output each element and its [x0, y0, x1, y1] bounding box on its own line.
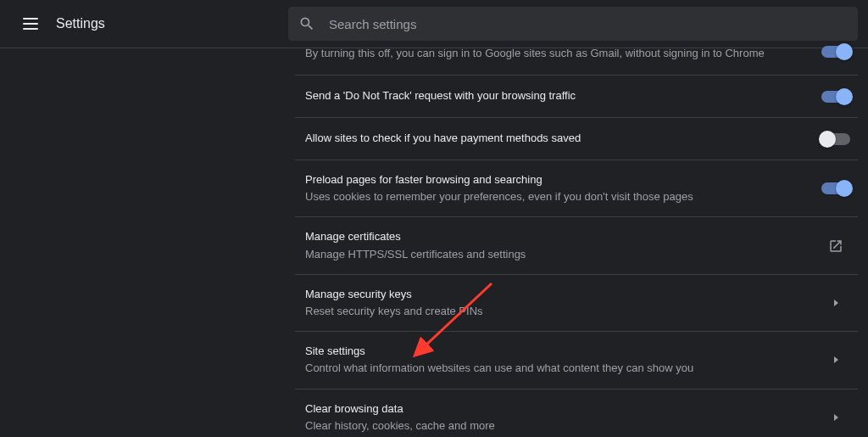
settings-list: Allow Chrome sign-in By turning this off…: [295, 41, 858, 437]
toggle-switch[interactable]: [821, 91, 850, 103]
setting-payment-methods[interactable]: Allow sites to check if you have payment…: [295, 117, 858, 160]
row-title: Clear browsing data: [305, 401, 800, 417]
row-text: Allow Chrome sign-in By turning this off…: [305, 42, 814, 61]
row-trail: [814, 133, 858, 145]
row-subtitle: Manage HTTPS/SSL certificates and settin…: [305, 247, 800, 262]
row-subtitle: Clear history, cookies, cache and more: [305, 418, 800, 434]
setting-manage-certificates[interactable]: Manage certificates Manage HTTPS/SSL cer…: [295, 216, 858, 273]
row-text: Clear browsing data Clear history, cooki…: [305, 401, 814, 434]
search-bar[interactable]: [288, 7, 858, 41]
toggle-switch[interactable]: [821, 182, 850, 194]
row-title: Manage security keys: [305, 287, 800, 302]
setting-preload-pages[interactable]: Preload pages for faster browsing and se…: [295, 160, 858, 216]
row-subtitle: Control what information websites can us…: [305, 361, 800, 376]
row-subtitle: Reset security keys and create PINs: [305, 304, 800, 319]
setting-site-settings[interactable]: Site settings Control what information w…: [295, 331, 858, 388]
row-subtitle: By turning this off, you can sign in to …: [305, 46, 800, 61]
page-title: Settings: [56, 16, 105, 31]
setting-do-not-track[interactable]: Send a 'Do Not Track' request with your …: [295, 75, 858, 117]
menu-button[interactable]: [10, 3, 51, 44]
chevron-right-icon: [834, 300, 838, 306]
chevron-right-icon: [834, 356, 838, 363]
hamburger-icon: [23, 18, 38, 30]
row-text: Preload pages for faster browsing and se…: [305, 172, 814, 204]
row-title: Manage certificates: [305, 229, 800, 244]
setting-manage-security-keys[interactable]: Manage security keys Reset security keys…: [295, 274, 858, 331]
row-trail: [814, 238, 858, 254]
row-title: Send a 'Do Not Track' request with your …: [305, 88, 800, 104]
row-trail: [814, 46, 858, 58]
row-text: Site settings Control what information w…: [305, 344, 814, 376]
row-title: Allow sites to check if you have payment…: [305, 131, 800, 146]
search-icon: [298, 15, 315, 32]
open-external-icon: [828, 238, 843, 254]
row-trail: [814, 91, 858, 103]
toggle-switch[interactable]: [821, 46, 850, 58]
setting-clear-browsing-data[interactable]: Clear browsing data Clear history, cooki…: [295, 389, 858, 438]
row-title: Preload pages for faster browsing and se…: [305, 172, 800, 188]
search-input[interactable]: [329, 17, 848, 31]
chevron-right-icon: [834, 414, 838, 421]
row-text: Manage security keys Reset security keys…: [305, 287, 814, 319]
row-trail: [814, 356, 858, 363]
row-text: Send a 'Do Not Track' request with your …: [305, 88, 814, 104]
row-title: Allow Chrome sign-in: [305, 42, 800, 44]
row-subtitle: Uses cookies to remember your preference…: [305, 189, 800, 204]
setting-allow-chrome-signin[interactable]: Allow Chrome sign-in By turning this off…: [295, 41, 858, 75]
row-trail: [814, 414, 858, 421]
row-text: Manage certificates Manage HTTPS/SSL cer…: [305, 229, 814, 261]
row-text: Allow sites to check if you have payment…: [305, 131, 814, 146]
row-title: Site settings: [305, 344, 800, 359]
row-trail: [814, 182, 858, 194]
row-trail: [814, 300, 858, 306]
toggle-switch[interactable]: [821, 133, 850, 145]
